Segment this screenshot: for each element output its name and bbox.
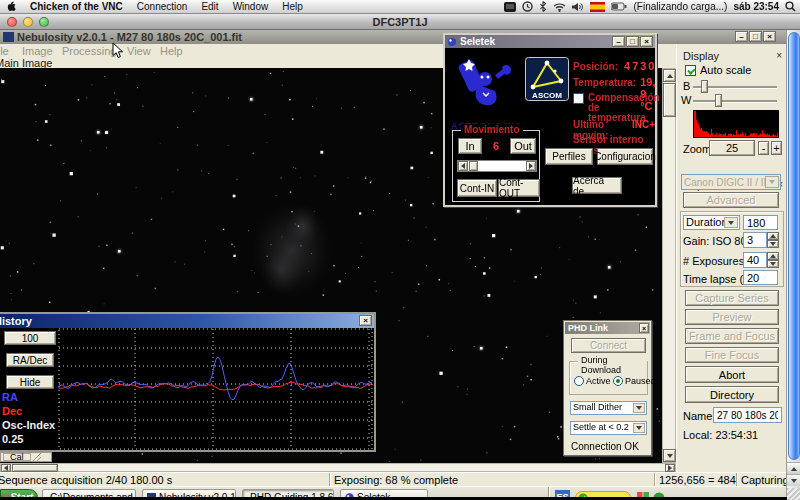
history-length-button[interactable]: 100	[4, 331, 56, 345]
battery-icon[interactable]	[611, 1, 627, 12]
menu-view[interactable]: View	[127, 45, 151, 57]
scroll-left-button[interactable]	[1, 464, 11, 472]
close-button[interactable]: ×	[763, 31, 776, 42]
connect-button[interactable]: Connect	[571, 338, 646, 353]
taskbar-item-phd[interactable]: PHD Guiding 1.8.6	[242, 489, 334, 497]
gain-spinner[interactable]	[767, 232, 779, 248]
image-vscrollbar[interactable]	[662, 68, 676, 463]
minimize-button[interactable]: –	[735, 31, 748, 42]
hscroll-thumb[interactable]	[12, 464, 58, 472]
exposures-spin-up-icon[interactable]	[767, 252, 779, 260]
menu-window[interactable]: Window	[226, 1, 276, 12]
white-slider-thumb[interactable]	[715, 94, 722, 107]
taskbar-item-nebulosity[interactable]: Nebulosity v2.0.1 - M27...	[142, 489, 236, 497]
bluetooth-icon[interactable]	[539, 1, 547, 12]
scroll-down-button[interactable]	[663, 449, 676, 462]
volume-icon[interactable]	[572, 1, 584, 12]
white-slider-track[interactable]	[693, 100, 777, 102]
slider-thumb[interactable]	[469, 161, 478, 171]
exposures-spinner[interactable]	[767, 252, 779, 268]
minimize-traffic-light[interactable]	[23, 17, 33, 27]
profiles-button[interactable]: Perfiles	[545, 148, 593, 165]
settle-select[interactable]: Settle at < 0.2	[570, 421, 647, 435]
frame-focus-button[interactable]: Frame and Focus	[685, 328, 779, 344]
phd-resize-grip[interactable]	[33, 453, 42, 461]
vnc-resize-grip[interactable]	[787, 488, 800, 500]
phd-link-close-button[interactable]: ×	[639, 323, 649, 333]
directory-button[interactable]: Directory	[685, 386, 779, 403]
auto-scale-checkbox[interactable]	[685, 65, 696, 76]
gain-spin-up-icon[interactable]	[767, 232, 779, 240]
tray-icon-colorful[interactable]	[637, 492, 649, 497]
zoom-out-button[interactable]: -	[758, 141, 769, 155]
spotlight-icon[interactable]	[785, 1, 796, 12]
menu-help[interactable]: Help	[160, 45, 183, 57]
active-radio-label[interactable]: Active	[586, 376, 611, 386]
menu-processing[interactable]: Processing	[62, 45, 116, 57]
cont-out-button[interactable]: Cont-OUT	[498, 179, 540, 197]
tray-icon-green[interactable]	[653, 492, 665, 497]
dither-select[interactable]: Small Dither	[570, 401, 647, 415]
apple-menu-icon[interactable]	[0, 0, 23, 13]
zoom-in-button[interactable]: +	[771, 141, 782, 155]
menubar-clock[interactable]: sáb 23:54	[733, 1, 779, 12]
fine-focus-button[interactable]: Fine Focus	[685, 347, 779, 363]
slider-left-icon[interactable]	[458, 161, 468, 171]
display-status-icon[interactable]	[504, 1, 516, 12]
vscroll-thumb[interactable]	[663, 83, 676, 117]
maximize-button[interactable]: □	[749, 31, 762, 42]
about-button[interactable]: Acerca de...	[572, 177, 622, 194]
vnc-vertical-scrollbar[interactable]	[786, 30, 800, 497]
app-menu-title[interactable]: Chicken of the VNC	[23, 1, 130, 12]
move-in-button[interactable]: In	[458, 138, 482, 154]
tray-alert-pill[interactable]	[575, 491, 631, 497]
radec-toggle-button[interactable]: RA/Dec	[6, 353, 54, 367]
move-out-button[interactable]: Out	[510, 138, 536, 154]
timemachine-icon[interactable]	[522, 1, 533, 12]
gain-spin-down-icon[interactable]	[767, 240, 779, 248]
exposures-input[interactable]	[743, 252, 767, 268]
timelapse-input[interactable]	[743, 270, 778, 285]
zoom-traffic-light[interactable]	[39, 17, 49, 27]
wifi-icon[interactable]	[553, 1, 566, 12]
taskbar-item-explorer[interactable]: C:\Documents and Settin...	[42, 489, 136, 497]
camera-select[interactable]: Canon DIGIC II / III DSL	[681, 174, 781, 190]
abort-button[interactable]: Abort	[685, 366, 779, 383]
history-close-button[interactable]: ×	[359, 315, 372, 326]
seletek-minimize-button[interactable]: –	[612, 36, 625, 47]
start-button[interactable]: Start	[0, 489, 38, 497]
scroll-up-button[interactable]	[663, 69, 676, 82]
close-traffic-light[interactable]	[7, 17, 17, 27]
image-hscrollbar[interactable]	[0, 463, 676, 472]
exposures-spin-down-icon[interactable]	[767, 260, 779, 268]
paused-radio-label[interactable]: Paused	[625, 376, 656, 386]
taskbar-item-seletek[interactable]: Seletek...	[340, 489, 428, 497]
menu-image[interactable]: Image	[22, 45, 53, 57]
vnc-scroll-up-button[interactable]	[787, 462, 800, 474]
slider-right-icon[interactable]	[526, 161, 536, 171]
step-slider[interactable]	[457, 160, 537, 172]
menu-connection[interactable]: Connection	[130, 1, 195, 12]
vnc-scrollbar-thumb[interactable]	[788, 32, 800, 460]
menu-edit[interactable]: Edit	[194, 1, 225, 12]
spain-flag-input-icon[interactable]	[590, 1, 605, 12]
black-slider-thumb[interactable]	[701, 80, 708, 93]
duration-input[interactable]	[743, 215, 778, 230]
seletek-close-button[interactable]: ×	[640, 36, 653, 47]
language-indicator[interactable]: ES	[555, 490, 570, 497]
scroll-right-button[interactable]	[665, 464, 675, 472]
cont-in-button[interactable]: Cont-IN	[457, 179, 497, 197]
capture-series-button[interactable]: Capture Series	[685, 290, 779, 306]
duration-select[interactable]: Duration	[683, 215, 740, 230]
vnc-scroll-down-button[interactable]	[787, 474, 800, 486]
hide-button[interactable]: Hide	[6, 375, 54, 389]
display-panel-close-icon[interactable]: ×	[776, 50, 782, 61]
configuration-button[interactable]: Configuracion	[597, 148, 653, 165]
seletek-maximize-button[interactable]: □	[626, 36, 639, 47]
temp-comp-checkbox[interactable]	[573, 93, 584, 104]
advanced-button[interactable]: Advanced	[683, 192, 779, 208]
preview-button[interactable]: Preview	[685, 309, 779, 325]
gain-input[interactable]	[743, 232, 767, 248]
menu-file[interactable]: File	[0, 45, 9, 57]
active-radio[interactable]	[574, 376, 584, 386]
